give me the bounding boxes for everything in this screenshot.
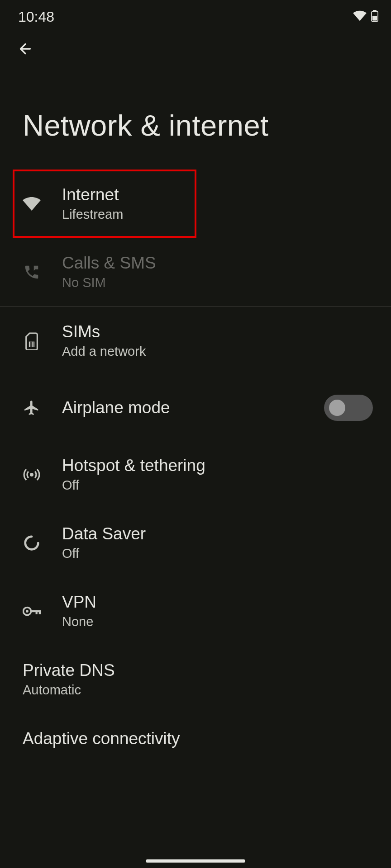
setting-subtitle: Automatic <box>23 683 373 698</box>
setting-item-vpn[interactable]: VPN None <box>0 577 391 645</box>
setting-title: SIMs <box>62 322 373 341</box>
setting-subtitle: Lifestream <box>62 207 178 222</box>
setting-title: Internet <box>62 185 178 204</box>
svg-point-9 <box>26 610 29 613</box>
vpn-key-icon <box>23 602 41 620</box>
page-title: Network & internet <box>0 59 391 170</box>
hotspot-icon <box>23 466 41 484</box>
status-time: 10:48 <box>18 9 54 25</box>
svg-point-7 <box>30 473 33 476</box>
setting-title: Hotspot & tethering <box>62 456 373 475</box>
airplane-toggle[interactable] <box>324 395 373 421</box>
battery-icon <box>371 10 378 24</box>
wifi-icon <box>23 195 41 213</box>
setting-item-hotspot[interactable]: Hotspot & tethering Off <box>0 440 391 509</box>
setting-title: Data Saver <box>62 524 373 543</box>
status-icons <box>353 10 378 24</box>
setting-item-private-dns[interactable]: Private DNS Automatic <box>0 645 391 713</box>
airplane-icon <box>23 399 41 417</box>
toggle-knob <box>329 400 345 416</box>
setting-item-airplane[interactable]: Airplane mode <box>0 375 391 440</box>
setting-title: Calls & SMS <box>62 254 373 273</box>
settings-list: Internet Lifestream Calls & SMS No SIM S… <box>0 170 391 748</box>
setting-item-sims[interactable]: SIMs Add a network <box>0 307 391 375</box>
svg-rect-12 <box>39 610 41 614</box>
setting-item-datasaver[interactable]: Data Saver Off <box>0 509 391 577</box>
setting-title: Private DNS <box>23 661 373 680</box>
sim-icon <box>23 332 41 350</box>
wifi-icon <box>353 10 367 23</box>
setting-title: Adaptive connectivity <box>23 729 373 748</box>
setting-subtitle: Off <box>62 478 373 493</box>
setting-subtitle: No SIM <box>62 275 373 290</box>
phone-sms-icon <box>23 263 41 281</box>
svg-rect-11 <box>36 610 38 614</box>
setting-item-calls-sms: Calls & SMS No SIM <box>0 238 391 306</box>
setting-title: VPN <box>62 593 373 612</box>
svg-rect-2 <box>372 16 377 20</box>
setting-subtitle: Off <box>62 546 373 561</box>
back-button[interactable] <box>0 27 391 59</box>
setting-item-internet[interactable]: Internet Lifestream <box>13 170 196 238</box>
svg-rect-1 <box>373 10 377 12</box>
setting-title: Airplane mode <box>62 398 324 417</box>
status-bar: 10:48 <box>0 0 391 27</box>
setting-item-adaptive[interactable]: Adaptive connectivity <box>0 713 391 748</box>
svg-rect-10 <box>30 610 40 612</box>
setting-subtitle: None <box>62 614 373 629</box>
setting-subtitle: Add a network <box>62 344 373 359</box>
nav-indicator[interactable] <box>146 859 245 863</box>
datasaver-icon <box>23 534 41 552</box>
